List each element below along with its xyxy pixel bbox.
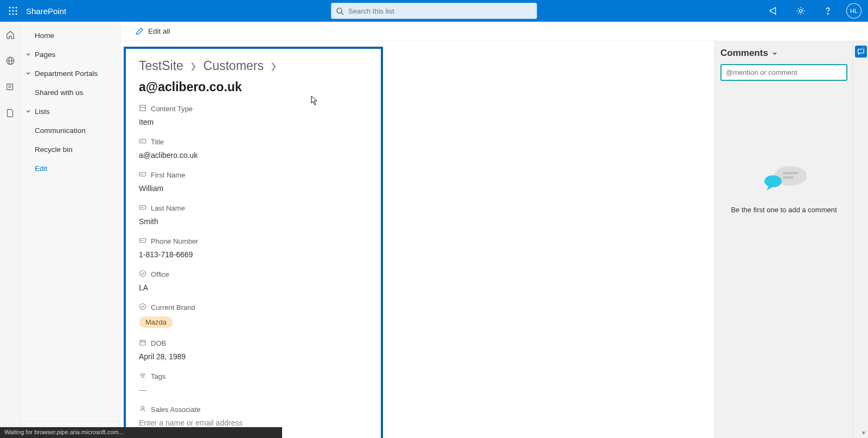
choice-icon (139, 270, 146, 279)
breadcrumb-list[interactable]: Customers (203, 59, 264, 73)
app-shell: Home Pages Department Portals Shared wit… (0, 22, 868, 438)
svg-point-11 (799, 9, 802, 12)
edit-all-button[interactable]: Edit all (130, 24, 176, 39)
nav-department-portals[interactable]: Department Portals (21, 64, 120, 83)
search-input[interactable] (348, 7, 532, 15)
svg-line-10 (341, 12, 343, 15)
field-value: Enter a name or email address (139, 418, 368, 427)
site-nav: Home Pages Department Portals Shared wit… (21, 22, 120, 438)
command-bar: Edit all (120, 22, 868, 41)
file-icon (5, 108, 15, 118)
nav-recyclebin[interactable]: Recycle bin (21, 140, 120, 159)
text-icon (139, 137, 146, 147)
nav-label: Home (35, 31, 54, 40)
field-tags[interactable]: Tags— (139, 372, 368, 394)
field-label: Current Brand (139, 303, 368, 312)
search-icon (336, 7, 344, 15)
home-icon (5, 30, 15, 40)
field-label-text: Title (151, 138, 164, 146)
svg-point-5 (16, 10, 17, 12)
svg-rect-44 (783, 172, 798, 174)
person-icon (139, 405, 146, 414)
text-icon (139, 237, 146, 246)
nav-label: Department Portals (35, 69, 98, 78)
field-content-type[interactable]: Content TypeItem (139, 104, 368, 126)
scroll-down-arrow[interactable]: ▼ (860, 429, 867, 436)
field-label: Tags (139, 372, 368, 381)
user-avatar[interactable]: HL (846, 3, 861, 18)
left-rail (0, 22, 21, 438)
choice-pill: Mazda (139, 316, 173, 328)
field-value: LA (139, 283, 368, 292)
field-label-text: Sales Associate (151, 405, 201, 414)
breadcrumb-item: a@aclibero.co.uk (139, 80, 242, 94)
choice-icon (139, 303, 146, 312)
help-button[interactable] (819, 2, 837, 20)
nav-label: Communication (35, 126, 86, 135)
announce-button[interactable] (765, 2, 782, 20)
breadcrumb-site[interactable]: TestSite (139, 59, 183, 73)
scroll-up-arrow[interactable]: ▲ (860, 43, 867, 51)
svg-point-1 (12, 7, 14, 9)
comment-input[interactable] (720, 64, 847, 81)
field-label: First Name (139, 170, 368, 180)
nav-pages[interactable]: Pages (21, 45, 120, 64)
rail-globe[interactable] (4, 54, 17, 67)
field-current-brand[interactable]: Current BrandMazda (139, 303, 368, 328)
field-label-text: Tags (151, 372, 165, 380)
rail-home[interactable] (4, 28, 17, 41)
rail-news[interactable] (4, 80, 17, 93)
field-dob[interactable]: DOBApril 28, 1989 (139, 339, 368, 361)
chevron-down-icon (25, 69, 31, 78)
megaphone-icon (769, 6, 778, 16)
nav-communication[interactable]: Communication (21, 121, 120, 140)
edit-all-label: Edit all (148, 27, 170, 35)
app-launcher-button[interactable] (0, 0, 26, 22)
field-value: William (139, 184, 368, 193)
field-value: — (139, 385, 368, 394)
content-type-icon (139, 104, 146, 113)
gear-icon (796, 6, 806, 16)
field-phone-number[interactable]: Phone Number1-813-718-6669 (139, 237, 368, 259)
field-office[interactable]: OfficeLA (139, 270, 368, 292)
comments-empty-state: Be the first one to add a comment (720, 162, 847, 214)
suite-brand[interactable]: SharePoint (26, 7, 66, 16)
nav-label: Shared with us (35, 88, 83, 97)
comments-title: Comments (720, 48, 768, 59)
field-last-name[interactable]: Last NameSmith (139, 204, 368, 226)
right-edge-rail (853, 41, 868, 438)
rail-files[interactable] (4, 106, 17, 119)
search-container (331, 3, 537, 19)
field-value: 1-813-718-6669 (139, 250, 368, 259)
comments-empty-text: Be the first one to add a comment (731, 206, 837, 214)
browser-status-bar: Waiting for browser.pipe.aria.microsoft.… (0, 427, 282, 438)
text-icon (139, 204, 146, 213)
status-text: Waiting for browser.pipe.aria.microsoft.… (4, 429, 124, 435)
svg-point-30 (140, 304, 146, 310)
svg-rect-31 (140, 340, 145, 345)
nav-lists[interactable]: Lists (21, 102, 120, 121)
svg-rect-19 (140, 105, 145, 111)
comments-header-button[interactable]: Comments (720, 48, 847, 59)
detail-scroll-area[interactable]: TestSite ❯ Customers ❯ a@aclibero.co.uk … (120, 41, 714, 438)
nav-label: Recycle bin (35, 145, 73, 154)
search-box[interactable] (331, 3, 537, 19)
comment-bubble-icon (757, 162, 811, 195)
nav-label: Pages (35, 50, 55, 59)
field-sales-associate[interactable]: Sales AssociateEnter a name or email add… (139, 405, 368, 427)
svg-rect-45 (783, 176, 794, 179)
field-value: a@aclibero.co.uk (139, 151, 368, 160)
globe-icon (5, 56, 15, 66)
field-label-text: DOB (151, 339, 166, 347)
nav-home[interactable]: Home (21, 26, 120, 45)
svg-point-38 (142, 407, 144, 409)
item-detail-card: TestSite ❯ Customers ❯ a@aclibero.co.uk … (124, 47, 383, 438)
news-icon (5, 82, 15, 92)
field-first-name[interactable]: First NameWilliam (139, 170, 368, 193)
settings-button[interactable] (792, 2, 809, 20)
nav-shared[interactable]: Shared with us (21, 83, 120, 102)
chevron-down-icon (25, 107, 31, 116)
field-title[interactable]: Titlea@aclibero.co.uk (139, 137, 368, 160)
field-value: Mazda (139, 316, 368, 328)
nav-edit-link[interactable]: Edit (21, 159, 120, 178)
